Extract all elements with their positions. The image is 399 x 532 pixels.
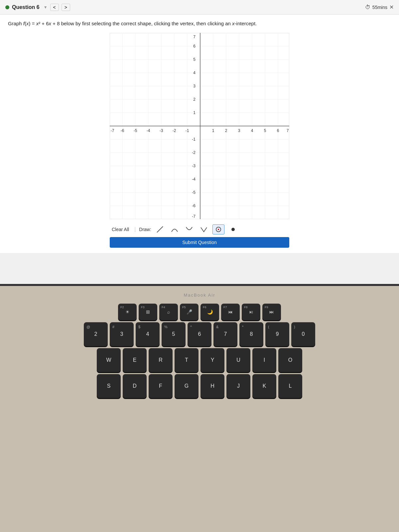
key-f7[interactable]: ⏮ F7 [221, 304, 240, 320]
key-9-top: ( [268, 325, 269, 329]
key-f6[interactable]: 🌙 F6 [200, 304, 219, 320]
key-d[interactable]: D [123, 374, 147, 398]
svg-text:4: 4 [251, 128, 253, 133]
timer-display: ⏱ 55mins ✕ [365, 4, 394, 10]
key-3-main: 3 [120, 331, 123, 337]
svg-text:-3: -3 [192, 164, 196, 168]
key-7-main: 7 [224, 331, 227, 337]
key-g[interactable]: G [175, 374, 199, 398]
rewind-icon: ⏮ [228, 309, 233, 315]
key-h[interactable]: H [200, 374, 224, 398]
key-7-top: & [216, 325, 218, 329]
tool-circle-button[interactable] [212, 224, 224, 234]
graph-svg[interactable]: -1 -2 -3 -4 -5 -6 -7 1 2 3 4 5 6 7 1 2 3… [110, 33, 289, 219]
nav-back-button[interactable]: < [50, 4, 59, 11]
key-6-top: ^ [190, 325, 192, 329]
key-4[interactable]: $ 4 [136, 322, 160, 346]
svg-text:-6: -6 [121, 128, 124, 133]
keyboard-section: MacBook Air ☀ F2 ⊞ F3 ⌕ F4 🎤 F5 🌙 F6 [0, 286, 399, 532]
svg-point-60 [231, 228, 235, 231]
timer-value: 55mins [372, 5, 387, 10]
screen: Question 6 ▼ < > ⏱ 55mins ✕ Graph f(x) =… [0, 0, 399, 286]
key-y[interactable]: Y [200, 348, 224, 372]
key-4-top: $ [138, 325, 140, 329]
nav-fwd-button[interactable]: > [62, 4, 70, 11]
question-label: Question 6 [12, 4, 40, 10]
key-u[interactable]: U [226, 348, 250, 372]
svg-point-59 [218, 229, 219, 230]
key-8-main: 8 [250, 331, 253, 337]
key-6[interactable]: ^ 6 [188, 322, 211, 346]
svg-text:2: 2 [193, 97, 196, 102]
graph-container[interactable]: -1 -2 -3 -4 -5 -6 -7 1 2 3 4 5 6 7 1 2 3… [110, 33, 289, 219]
key-f9[interactable]: ⏭ F9 [262, 304, 281, 320]
draw-label: Draw: [139, 227, 151, 232]
key-f4[interactable]: ⌕ F4 [159, 304, 178, 320]
dnd-icon: 🌙 [207, 309, 213, 315]
svg-text:2: 2 [225, 128, 227, 133]
key-l[interactable]: L [278, 374, 302, 398]
svg-text:5: 5 [193, 57, 196, 62]
svg-text:1: 1 [193, 110, 196, 115]
graph-controls: Clear All | Draw: [110, 223, 289, 237]
dropdown-icon[interactable]: ▼ [44, 5, 48, 10]
key-f[interactable]: F [149, 374, 173, 398]
key-i[interactable]: I [252, 348, 276, 372]
close-button[interactable]: ✕ [389, 4, 394, 10]
svg-text:-5: -5 [134, 128, 137, 133]
key-j[interactable]: J [226, 374, 250, 398]
fn-key-row: ☀ F2 ⊞ F3 ⌕ F4 🎤 F5 🌙 F6 ⏮ F7 [7, 304, 392, 320]
tool-line-button[interactable] [154, 224, 166, 234]
svg-text:4: 4 [193, 70, 196, 75]
key-2[interactable]: @ 2 [84, 322, 108, 346]
key-o[interactable]: O [278, 348, 302, 372]
svg-text:3: 3 [193, 84, 196, 88]
svg-text:5: 5 [264, 128, 266, 133]
key-r[interactable]: R [149, 348, 173, 372]
key-t[interactable]: T [175, 348, 199, 372]
key-0[interactable]: ) 0 [291, 322, 315, 346]
brightness-icon: ☀ [125, 309, 130, 315]
search-fn-icon: ⌕ [167, 309, 170, 315]
mic-icon: 🎤 [187, 309, 192, 315]
svg-text:6: 6 [277, 128, 279, 133]
playpause-icon: ⏯ [249, 309, 253, 315]
qwerty-row: W E R T Y U I O [7, 348, 392, 372]
svg-text:7: 7 [193, 35, 196, 39]
question-status-dot [5, 5, 9, 9]
tool-parabola-down-button[interactable] [183, 224, 195, 234]
tool-parabola-up-button[interactable] [169, 224, 181, 234]
clear-all-button[interactable]: Clear All [110, 225, 131, 233]
key-f5[interactable]: 🎤 F5 [180, 304, 199, 320]
svg-text:6: 6 [193, 44, 196, 49]
key-8[interactable]: * 8 [239, 322, 263, 346]
key-5[interactable]: % 5 [162, 322, 186, 346]
tool-v-button[interactable] [198, 224, 210, 234]
svg-text:-4: -4 [147, 128, 150, 133]
svg-text:-5: -5 [192, 190, 196, 195]
key-f2[interactable]: ☀ F2 [118, 304, 137, 320]
key-e[interactable]: E [123, 348, 147, 372]
key-w[interactable]: W [97, 348, 121, 372]
submit-question-button[interactable]: Submit Question [110, 237, 289, 248]
key-3[interactable]: # 3 [110, 322, 134, 346]
key-f8[interactable]: ⏯ F8 [242, 304, 260, 320]
svg-text:3: 3 [238, 128, 240, 133]
svg-text:-3: -3 [160, 128, 163, 133]
mission-control-icon: ⊞ [146, 309, 150, 315]
tool-dot-button[interactable] [227, 224, 239, 234]
key-4-main: 4 [146, 331, 149, 337]
macbook-label: MacBook Air [0, 293, 399, 298]
key-7[interactable]: & 7 [213, 322, 237, 346]
question-text: Graph f(x) = x² + 6x + 8 below by first … [8, 20, 391, 28]
svg-text:-1: -1 [186, 128, 189, 133]
key-9-main: 9 [276, 331, 279, 337]
key-9[interactable]: ( 9 [265, 322, 289, 346]
key-f3[interactable]: ⊞ F3 [139, 304, 157, 320]
key-5-top: % [164, 325, 168, 329]
key-2-top: @ [86, 325, 90, 329]
timer-icon: ⏱ [365, 4, 370, 10]
key-k[interactable]: K [252, 374, 276, 398]
svg-text:-2: -2 [192, 150, 196, 155]
key-s[interactable]: S [97, 374, 121, 398]
